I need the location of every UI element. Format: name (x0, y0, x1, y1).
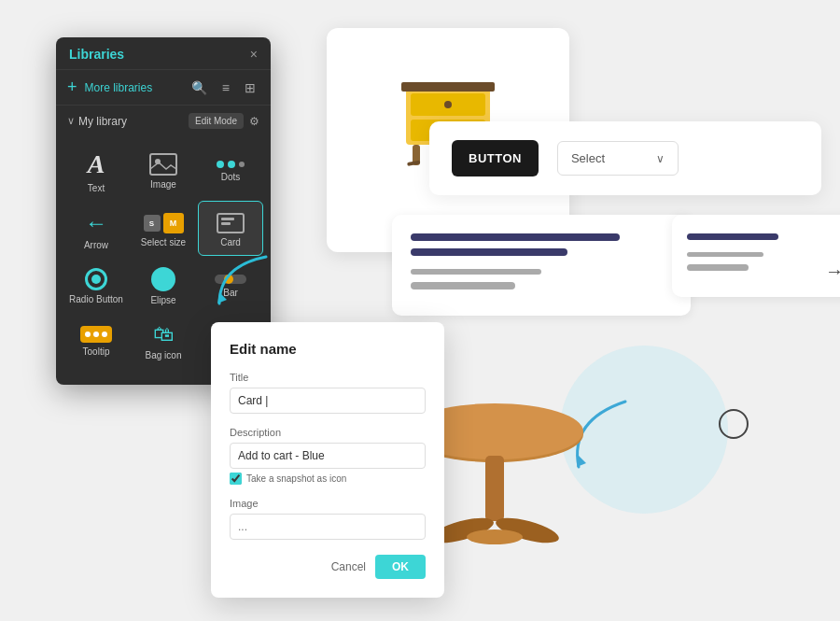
wireframe-card-right: → (672, 215, 840, 297)
select-size-icon: S M (144, 213, 184, 233)
lib-item-tooltip-label: Tooltip (83, 346, 110, 357)
svg-point-18 (467, 529, 523, 544)
image-field: Image (230, 498, 426, 540)
lib-item-ellipse-label: Elipse (150, 295, 175, 305)
card-icon (217, 213, 245, 233)
arrow-right-icon: → (825, 261, 840, 282)
lib-item-radio[interactable]: Radio Button (63, 258, 129, 311)
annotation-arrow-svg (201, 247, 275, 322)
chevron-down-icon: ∨ (656, 152, 665, 165)
lib-item-bag[interactable]: 🛍 Bag icon (131, 313, 196, 366)
description-input[interactable] (230, 443, 426, 469)
lib-item-arrow-label: Arrow (84, 240, 108, 250)
svg-rect-15 (485, 456, 504, 521)
lib-item-dots[interactable]: Dots (198, 140, 263, 199)
button-component[interactable]: BUTTON (452, 140, 539, 176)
dots-icon (217, 161, 245, 168)
svg-rect-0 (150, 154, 176, 175)
arrow-icon: ← (85, 210, 107, 236)
dialog-buttons: Cancel OK (230, 555, 426, 579)
wireframe-line-3 (411, 269, 541, 275)
text-icon: A (88, 149, 105, 179)
lib-item-radio-label: Radio Button (69, 294, 123, 304)
dialog-title: Edit name (230, 341, 426, 357)
snapshot-checkbox[interactable] (230, 473, 242, 485)
description-field-label: Description (230, 427, 426, 438)
wireframe-card-left (392, 215, 691, 316)
snapshot-checkbox-row: Take a snapshot as icon (230, 473, 426, 485)
bag-icon: 🛍 (153, 322, 174, 346)
wireframe-right-line-2 (687, 252, 763, 257)
wireframe-line-2 (411, 248, 567, 256)
select-label: Select (571, 151, 605, 165)
image-input[interactable] (230, 514, 426, 540)
lib-item-tooltip[interactable]: Tooltip (63, 313, 129, 366)
title-field: Title (230, 372, 426, 414)
lib-item-text-label: Text (88, 183, 105, 193)
lib-item-arrow[interactable]: ← Arrow (63, 201, 129, 256)
close-icon[interactable]: × (250, 47, 258, 62)
gear-icon[interactable]: ⚙ (249, 115, 259, 128)
snapshot-label: Take a snapshot as icon (246, 473, 346, 484)
image-field-row (230, 514, 426, 540)
edit-mode-button[interactable]: Edit Mode (189, 113, 244, 129)
small-circle-decoration (719, 409, 749, 439)
image-field-label: Image (230, 498, 426, 509)
lib-item-ellipse[interactable]: Elipse (131, 258, 196, 311)
wireframe-line-1 (411, 233, 620, 241)
image-icon (149, 153, 177, 176)
lib-item-image[interactable]: Image (131, 140, 196, 199)
edit-name-dialog: Edit name Title Description Take a snaps… (211, 322, 444, 598)
title-input[interactable] (230, 388, 426, 414)
more-libraries-link[interactable]: More libraries (85, 81, 180, 94)
library-row: ∨ My library Edit Mode ⚙ (56, 106, 271, 136)
wireframe-line-4 (411, 282, 515, 289)
cancel-button[interactable]: Cancel (331, 560, 366, 573)
lib-item-bag-label: Bag icon (146, 350, 182, 360)
sidebar-title: Libraries (69, 47, 124, 62)
library-name: My library (78, 115, 127, 128)
svg-rect-7 (401, 82, 495, 92)
lib-item-select-size-label: Select size (141, 237, 186, 247)
ellipse-icon (151, 267, 175, 291)
search-icon[interactable]: 🔍 (188, 78, 211, 97)
library-actions: Edit Mode ⚙ (189, 113, 259, 129)
svg-point-4 (444, 101, 452, 108)
expand-icon[interactable]: ∨ (67, 115, 75, 127)
radio-icon (85, 268, 107, 290)
lib-item-image-label: Image (150, 179, 176, 190)
ui-component-card: BUTTON Select ∨ (429, 121, 821, 195)
list-view-icon[interactable]: ≡ (218, 78, 233, 97)
select-dropdown[interactable]: Select ∨ (557, 141, 679, 176)
lib-item-card-label: Card (220, 237, 241, 247)
lib-item-dots-label: Dots (221, 172, 241, 182)
title-field-label: Title (230, 372, 426, 383)
lib-item-text[interactable]: A Text (63, 140, 129, 199)
sidebar-header: Libraries × (56, 37, 271, 70)
wireframe-right-line-3 (687, 264, 749, 271)
ok-button[interactable]: OK (375, 555, 426, 579)
sidebar-toolbar: + More libraries 🔍 ≡ ⊞ (56, 70, 271, 106)
tooltip-icon (80, 326, 112, 343)
wireframe-right-line-1 (687, 233, 778, 240)
add-library-button[interactable]: + (67, 78, 77, 97)
grid-view-icon[interactable]: ⊞ (241, 78, 259, 97)
lib-item-select-size[interactable]: S M Select size (131, 201, 196, 256)
description-field: Description Take a snapshot as icon (230, 427, 426, 485)
